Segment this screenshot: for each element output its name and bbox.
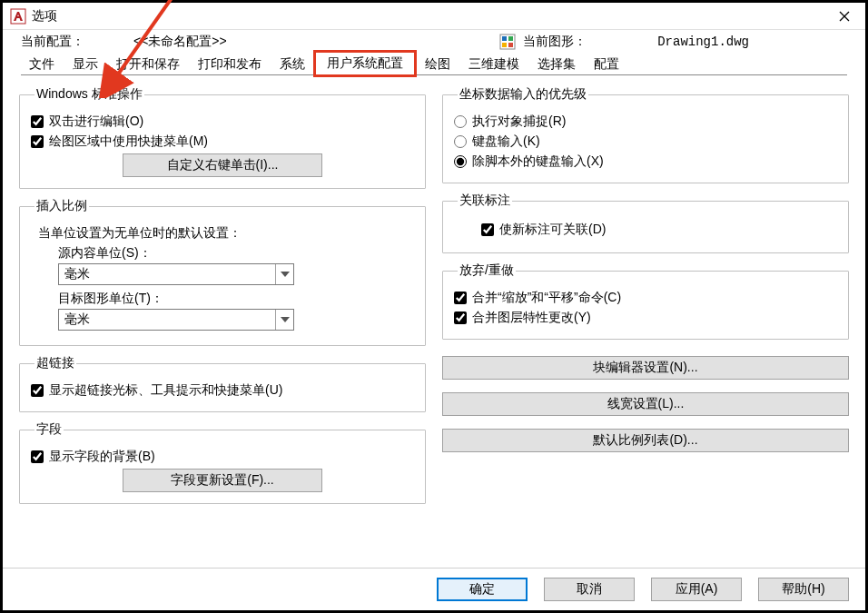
close-button[interactable] (831, 3, 858, 30)
tab-plot-publish[interactable]: 打印和发布 (190, 53, 270, 75)
chk-shortcut-menus-input[interactable] (31, 135, 44, 148)
right-click-customize-button[interactable]: 自定义右键单击(I)... (123, 153, 322, 177)
chk-shortcut-menus-label: 绘图区域中使用快捷菜单(M) (49, 133, 208, 150)
app-icon (10, 8, 26, 25)
chk-combine-layer-changes[interactable]: 合并图层特性更改(Y) (454, 310, 837, 326)
group-legend-insertion-scale: 插入比例 (35, 198, 89, 214)
chk-make-dims-associative-input[interactable] (481, 223, 494, 236)
dialog-footer: 确定 取消 应用(A) 帮助(H) (3, 568, 865, 610)
rad-keyboard-except-scripts-input[interactable] (454, 155, 467, 168)
chk-combine-zoom-pan-input[interactable] (454, 292, 467, 304)
chk-shortcut-menus[interactable]: 绘图区域中使用快捷菜单(M) (31, 133, 414, 150)
chk-hyperlink-cursor-label: 显示超链接光标、工具提示和快捷菜单(U) (49, 382, 282, 399)
right-button-stack: 块编辑器设置(N)... 线宽设置(L)... 默认比例列表(D)... (442, 356, 849, 452)
rad-keyboard-except-scripts-label: 除脚本外的键盘输入(X) (472, 153, 604, 170)
tab-selection[interactable]: 选择集 (529, 53, 584, 75)
rad-keyboard-input[interactable] (454, 135, 467, 148)
chk-hyperlink-cursor-input[interactable] (31, 384, 44, 397)
group-associative-dim: 关联标注 使新标注可关联(D) (442, 193, 849, 253)
tgt-units-label: 目标图形单位(T)： (58, 291, 414, 307)
ok-button[interactable]: 确定 (437, 578, 528, 601)
rad-osnap-input[interactable] (454, 115, 467, 128)
src-units-label: 源内容单位(S)： (58, 245, 414, 262)
rad-keyboard-except-scripts[interactable]: 除脚本外的键盘输入(X) (454, 153, 837, 170)
group-legend-undo-redo: 放弃/重做 (458, 262, 516, 279)
tab-display[interactable]: 显示 (64, 53, 106, 75)
drawing-icon (499, 34, 516, 50)
group-legend-fields: 字段 (35, 421, 64, 438)
rad-osnap-label: 执行对象捕捉(R) (472, 114, 566, 130)
chk-combine-layer-changes-input[interactable] (454, 311, 467, 324)
src-units-value: 毫米 (64, 266, 90, 282)
group-legend-coord-priority: 坐标数据输入的优先级 (458, 86, 588, 103)
tab-3d-modeling[interactable]: 三维建模 (460, 53, 528, 75)
current-drawing-file: Drawing1.dwg (657, 35, 749, 49)
rad-osnap[interactable]: 执行对象捕捉(R) (454, 114, 837, 130)
svg-rect-3 (502, 36, 507, 41)
close-icon (839, 11, 850, 22)
chk-combine-layer-changes-label: 合并图层特性更改(Y) (472, 310, 591, 326)
current-drawing-label: 当前图形： (523, 34, 587, 50)
tab-files[interactable]: 文件 (21, 53, 63, 75)
chevron-down-icon (275, 310, 293, 330)
left-column: Windows 标准操作 双击进行编辑(O) 绘图区域中使用快捷菜单(M) 自定… (19, 86, 426, 568)
right-column: 坐标数据输入的优先级 执行对象捕捉(R) 键盘输入(K) 除脚本外的键盘输入(X… (442, 86, 849, 568)
tgt-units-combo[interactable]: 毫米 (58, 309, 294, 331)
tab-open-save[interactable]: 打开和保存 (108, 53, 188, 75)
chk-hyperlink-cursor[interactable]: 显示超链接光标、工具提示和快捷菜单(U) (31, 382, 414, 399)
chk-make-dims-associative[interactable]: 使新标注可关联(D) (454, 222, 837, 238)
chk-combine-zoom-pan[interactable]: 合并“缩放”和“平移”命令(C) (454, 290, 837, 306)
rad-keyboard-label: 键盘输入(K) (472, 133, 540, 150)
titlebar: 选项 (3, 3, 865, 30)
options-dialog: 选项 当前配置： <<未命名配置>> 当前图形： Drawin (3, 3, 865, 610)
group-coord-priority: 坐标数据输入的优先级 执行对象捕捉(R) 键盘输入(K) 除脚本外的键盘输入(X… (442, 86, 849, 183)
group-windows-standard: Windows 标准操作 双击进行编辑(O) 绘图区域中使用快捷菜单(M) 自定… (19, 86, 426, 189)
group-insertion-scale: 插入比例 当单位设置为无单位时的默认设置： 源内容单位(S)： 毫米 目标图形单… (19, 198, 426, 346)
svg-rect-5 (502, 43, 507, 47)
svg-rect-6 (508, 43, 513, 47)
tab-drafting[interactable]: 绘图 (417, 53, 459, 75)
profile-row: 当前配置： <<未命名配置>> 当前图形： Drawing1.dwg (3, 30, 865, 52)
chk-dblclick-edit-label: 双击进行编辑(O) (49, 114, 143, 130)
chk-field-background-label: 显示字段的背景(B) (49, 449, 155, 465)
lineweight-settings-button[interactable]: 线宽设置(L)... (442, 392, 849, 416)
group-legend-windows-standard: Windows 标准操作 (35, 86, 144, 103)
chk-make-dims-associative-label: 使新标注可关联(D) (499, 222, 606, 238)
insertion-scale-desc: 当单位设置为无单位时的默认设置： (31, 225, 414, 242)
tab-system[interactable]: 系统 (271, 53, 313, 75)
block-editor-settings-button[interactable]: 块编辑器设置(N)... (442, 356, 849, 380)
tab-profiles[interactable]: 配置 (586, 53, 627, 75)
current-profile-value: <<未命名配置>> (133, 34, 227, 50)
tabstrip: 文件 显示 打开和保存 打印和发布 系统 用户系统配置 绘图 三维建模 选择集 … (3, 52, 865, 75)
help-button[interactable]: 帮助(H) (758, 578, 849, 601)
field-update-settings-button[interactable]: 字段更新设置(F)... (123, 469, 322, 492)
chk-field-background[interactable]: 显示字段的背景(B) (31, 449, 414, 465)
tgt-units-value: 毫米 (64, 311, 90, 328)
cancel-button[interactable]: 取消 (544, 578, 635, 601)
src-units-combo[interactable]: 毫米 (58, 263, 294, 285)
window-title: 选项 (32, 8, 57, 25)
chk-field-background-input[interactable] (31, 450, 44, 463)
apply-button[interactable]: 应用(A) (651, 578, 742, 601)
tab-user-preferences[interactable]: 用户系统配置 (315, 52, 415, 75)
default-scale-list-button[interactable]: 默认比例列表(D)... (442, 429, 849, 452)
chk-combine-zoom-pan-label: 合并“缩放”和“平移”命令(C) (472, 290, 621, 306)
chevron-down-icon (275, 264, 293, 284)
chk-dblclick-edit[interactable]: 双击进行编辑(O) (31, 114, 414, 130)
group-legend-hyperlink: 超链接 (35, 355, 76, 371)
group-fields: 字段 显示字段的背景(B) 字段更新设置(F)... (19, 421, 426, 504)
current-profile-label: 当前配置： (21, 34, 84, 50)
group-undo-redo: 放弃/重做 合并“缩放”和“平移”命令(C) 合并图层特性更改(Y) (442, 262, 849, 340)
svg-rect-4 (508, 36, 513, 41)
rad-keyboard[interactable]: 键盘输入(K) (454, 133, 837, 150)
chk-dblclick-edit-input[interactable] (31, 115, 44, 128)
group-hyperlink: 超链接 显示超链接光标、工具提示和快捷菜单(U) (19, 355, 426, 412)
group-legend-associative-dim: 关联标注 (458, 193, 512, 209)
tab-body: Windows 标准操作 双击进行编辑(O) 绘图区域中使用快捷菜单(M) 自定… (3, 75, 865, 568)
